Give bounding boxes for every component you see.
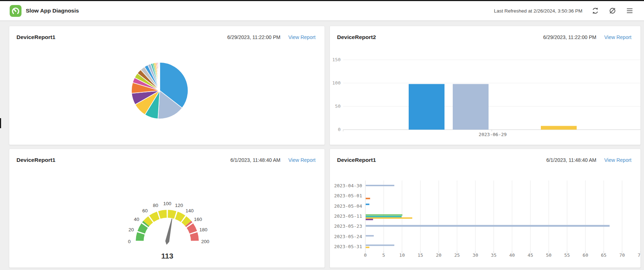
svg-text:20: 20 bbox=[436, 252, 442, 258]
svg-text:2023-04-30: 2023-04-30 bbox=[334, 183, 362, 188]
app-title: Slow App Diagnosis bbox=[26, 8, 79, 14]
svg-text:80: 80 bbox=[153, 203, 158, 208]
svg-text:150: 150 bbox=[332, 57, 341, 62]
svg-text:55: 55 bbox=[564, 252, 570, 258]
svg-text:2023-05-11: 2023-05-11 bbox=[334, 213, 362, 219]
svg-text:40: 40 bbox=[134, 217, 139, 222]
report-card-bar: DeviceReport2 6/29/2023, 11:22:00 PM Vie… bbox=[330, 26, 641, 145]
svg-text:120: 120 bbox=[175, 203, 183, 208]
svg-text:50: 50 bbox=[335, 103, 341, 109]
svg-text:140: 140 bbox=[186, 208, 194, 213]
svg-text:0: 0 bbox=[128, 239, 131, 244]
svg-text:0: 0 bbox=[364, 252, 367, 258]
svg-text:200: 200 bbox=[201, 239, 210, 244]
svg-text:113: 113 bbox=[161, 252, 173, 260]
svg-text:5: 5 bbox=[382, 252, 385, 258]
svg-text:15: 15 bbox=[418, 252, 423, 258]
last-refreshed-text: Last Refreshed at 2/26/2024, 3:50:36 PM bbox=[494, 8, 582, 14]
bar-chart: 1501005002023-06-29 bbox=[330, 26, 640, 145]
svg-text:45: 45 bbox=[528, 252, 533, 258]
svg-text:50: 50 bbox=[546, 252, 552, 258]
menu-icon[interactable] bbox=[625, 6, 634, 15]
auto-refresh-off-icon[interactable] bbox=[608, 6, 617, 15]
report-card-gauge: DeviceReport1 6/1/2023, 11:48:40 AM View… bbox=[9, 149, 325, 268]
svg-text:2023-05-24: 2023-05-24 bbox=[334, 234, 362, 239]
svg-text:40: 40 bbox=[509, 252, 515, 258]
header-actions: Last Refreshed at 2/26/2024, 3:50:36 PM bbox=[494, 6, 634, 15]
svg-text:65: 65 bbox=[601, 252, 607, 258]
app-brand: Slow App Diagnosis bbox=[10, 5, 79, 17]
svg-text:60: 60 bbox=[583, 252, 588, 258]
svg-text:2023-05-04: 2023-05-04 bbox=[334, 203, 362, 209]
report-card-pie: DeviceReport1 6/29/2023, 11:22:00 PM Vie… bbox=[9, 26, 325, 145]
svg-text:180: 180 bbox=[200, 227, 208, 232]
svg-text:0: 0 bbox=[338, 127, 341, 132]
svg-text:60: 60 bbox=[142, 208, 148, 213]
svg-text:35: 35 bbox=[491, 252, 497, 258]
report-card-hbar: DeviceReport1 6/1/2023, 11:48:40 AM View… bbox=[330, 149, 641, 268]
app-header: Slow App Diagnosis Last Refreshed at 2/2… bbox=[0, 1, 644, 21]
pie-chart bbox=[9, 26, 325, 145]
gauge-icon bbox=[10, 5, 21, 17]
gauge-chart: 020406080100120140160180200113 bbox=[9, 149, 325, 267]
svg-text:2023-05-31: 2023-05-31 bbox=[334, 244, 362, 249]
svg-text:2023-06-29: 2023-06-29 bbox=[479, 132, 506, 137]
window-left-edge-mark bbox=[0, 118, 1, 128]
svg-text:2023-05-23: 2023-05-23 bbox=[334, 223, 362, 229]
svg-text:160: 160 bbox=[194, 217, 202, 222]
svg-text:30: 30 bbox=[472, 252, 478, 258]
svg-text:2023-05-01: 2023-05-01 bbox=[334, 193, 362, 198]
svg-text:70: 70 bbox=[619, 252, 625, 258]
svg-text:100: 100 bbox=[332, 80, 341, 86]
window-top-edge bbox=[0, 0, 644, 1]
svg-text:20: 20 bbox=[129, 227, 134, 232]
svg-text:100: 100 bbox=[163, 201, 172, 206]
svg-text:25: 25 bbox=[454, 252, 460, 258]
svg-text:10: 10 bbox=[399, 252, 405, 258]
horizontal-bar-chart: 0510152025303540455055606570752023-04-30… bbox=[330, 149, 640, 267]
svg-text:75: 75 bbox=[638, 252, 640, 258]
refresh-icon[interactable] bbox=[591, 6, 600, 15]
